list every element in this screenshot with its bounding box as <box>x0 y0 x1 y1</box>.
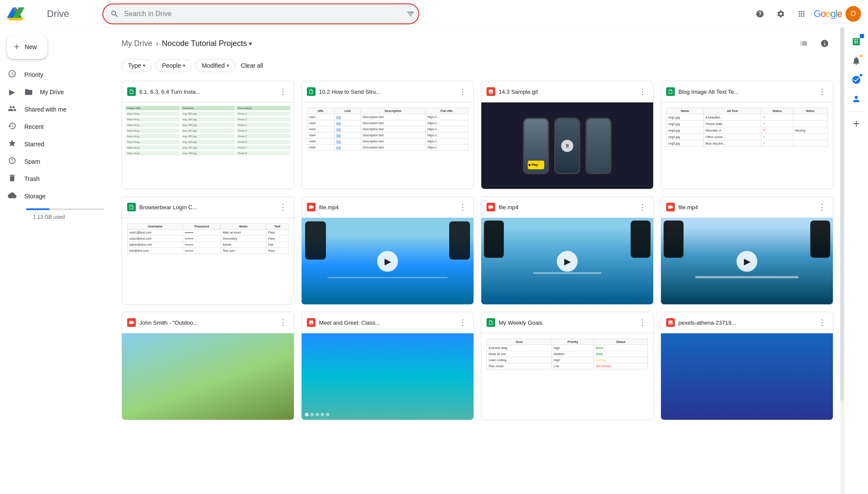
sidebar-item-label: Storage <box>24 193 46 200</box>
file-card[interactable]: file.mp4 ⋮ ▶ <box>481 196 654 305</box>
file-preview: ▶ <box>481 217 653 304</box>
file-card[interactable]: file.mp4 ⋮ ▶ <box>661 196 833 305</box>
modified-filter[interactable]: Modified ▾ <box>195 59 236 72</box>
file-more-button[interactable]: ⋮ <box>277 201 289 214</box>
file-card-header: My Weekly Goals ⋮ <box>481 312 653 333</box>
new-button-label: New <box>25 43 37 50</box>
modified-filter-label: Modified <box>202 62 225 69</box>
type-filter[interactable]: Type ▾ <box>122 59 152 72</box>
notifications-icon[interactable] <box>848 52 865 69</box>
file-more-button[interactable]: ⋮ <box>277 316 289 329</box>
file-preview: GoalPriorityStatus Exercise dailyHighDon… <box>481 333 653 420</box>
recent-icon <box>7 122 17 132</box>
video-icon <box>307 203 316 211</box>
file-card-header: Browserbear Login C... ⋮ <box>122 197 294 217</box>
sheets-icon <box>666 87 675 96</box>
settings-button[interactable] <box>772 5 789 23</box>
right-panel-divider <box>849 111 863 112</box>
play-button[interactable]: ▶ <box>736 251 757 272</box>
file-more-button[interactable]: ⋮ <box>277 85 289 98</box>
file-card-header: file.mp4 ⋮ <box>302 197 473 217</box>
sidebar-item-shared[interactable]: Shared with me <box>0 101 104 118</box>
tasks-icon[interactable] <box>848 71 865 89</box>
sidebar-item-label: Trash <box>24 175 39 182</box>
file-card[interactable]: pexels-athena-23719... ⋮ <box>661 312 833 420</box>
starred-icon <box>7 139 17 150</box>
sidebar-item-spam[interactable]: Spam <box>0 153 104 170</box>
file-card[interactable]: Browserbear Login C... ⋮ UsernamePasswor… <box>122 196 294 305</box>
file-card[interactable]: Blog Image Alt Text Te... ⋮ NameAlt Text… <box>661 81 833 189</box>
sidebar-item-priority[interactable]: Priority <box>0 66 104 83</box>
apps-button[interactable] <box>793 5 810 23</box>
gif-icon <box>666 318 675 327</box>
people-filter-chevron: ▾ <box>183 63 185 69</box>
people-filter-label: People <box>162 62 181 69</box>
file-card[interactable]: file.mp4 ⋮ ▶ <box>301 196 474 305</box>
file-card-header: 6.1, 6.3, 6.4 Turn Insta... ⋮ <box>122 81 294 102</box>
breadcrumb-actions <box>795 35 833 52</box>
gif-icon <box>307 318 316 327</box>
file-more-button[interactable]: ⋮ <box>816 201 828 214</box>
sheets-panel-icon[interactable] <box>848 33 865 50</box>
list-view-button[interactable] <box>795 35 812 52</box>
file-more-button[interactable]: ⋮ <box>637 201 648 214</box>
sidebar-item-my-drive[interactable]: ▶ My Drive <box>0 83 104 101</box>
sidebar-item-label: Shared with me <box>24 106 66 113</box>
sidebar-item-label: Priority <box>24 71 43 78</box>
help-button[interactable] <box>751 5 769 23</box>
file-more-button[interactable]: ⋮ <box>457 316 468 329</box>
file-more-button[interactable]: ⋮ <box>816 316 828 329</box>
file-card[interactable]: Meet and Greet: Class... ⋮ <box>301 312 474 420</box>
file-card[interactable]: John Smith - "Outdoo... ⋮ <box>122 312 294 420</box>
app-logo[interactable]: Drive <box>7 5 102 23</box>
file-more-button[interactable]: ⋮ <box>637 316 648 329</box>
file-card-header: 10.2 How to Send Stru... ⋮ <box>302 81 473 102</box>
file-more-button[interactable]: ⋮ <box>816 85 828 98</box>
people-filter[interactable]: People ▾ <box>155 59 192 72</box>
file-card-header: file.mp4 ⋮ <box>661 197 833 217</box>
file-preview: Image URLFilenameDescription https://img… <box>122 102 294 189</box>
video-icon <box>666 203 675 211</box>
sidebar-item-trash[interactable]: Trash <box>0 170 104 188</box>
file-preview: ▶ <box>661 217 833 304</box>
file-title: 6.1, 6.3, 6.4 Turn Insta... <box>139 89 201 95</box>
breadcrumb-current-folder[interactable]: Nocode Tutorial Projects ▾ <box>162 39 252 48</box>
video-icon <box>127 318 136 327</box>
user-avatar[interactable]: O <box>845 6 861 22</box>
file-card[interactable]: 10.2 How to Send Stru... ⋮ URLLinkDescri… <box>301 81 474 189</box>
new-button[interactable]: + New <box>7 35 47 59</box>
play-button[interactable]: ▶ <box>557 251 578 272</box>
add-panel-icon[interactable] <box>848 115 865 132</box>
plus-icon: + <box>14 41 20 53</box>
video-icon <box>487 203 495 211</box>
breadcrumb-folder-name: Nocode Tutorial Projects <box>162 39 247 48</box>
file-title: My Weekly Goals <box>499 319 542 326</box>
file-more-button[interactable]: ⋮ <box>457 85 468 98</box>
search-filter-button[interactable] <box>402 5 419 23</box>
search-input[interactable] <box>124 10 411 18</box>
contacts-icon[interactable] <box>848 90 865 108</box>
sheets-icon <box>127 87 136 96</box>
play-button[interactable]: ▶ <box>377 251 398 272</box>
file-card[interactable]: 6.1, 6.3, 6.4 Turn Insta... ⋮ Image URLF… <box>122 81 294 189</box>
clear-all-button[interactable]: Clear all <box>241 62 263 69</box>
file-preview: UsernamePasswordNotesTest user1@test.com… <box>122 217 294 304</box>
shared-icon <box>7 104 17 115</box>
file-card-header: file.mp4 ⋮ <box>481 197 653 217</box>
file-card[interactable]: 14.3 Sample.gif ⋮ ▶ Play ⏸ <box>481 81 654 189</box>
file-more-button[interactable]: ⋮ <box>457 201 468 214</box>
file-card-header: Meet and Greet: Class... ⋮ <box>302 312 473 333</box>
sidebar-item-storage[interactable]: Storage <box>0 188 104 205</box>
file-card[interactable]: My Weekly Goals ⋮ GoalPriorityStatus Exe… <box>481 312 654 420</box>
file-more-button[interactable]: ⋮ <box>637 85 648 98</box>
breadcrumb: My Drive › Nocode Tutorial Projects ▾ <box>122 35 833 52</box>
sidebar-item-recent[interactable]: Recent <box>0 118 104 135</box>
scrollbar-thumb[interactable] <box>840 28 844 401</box>
sidebar-item-label: Starred <box>24 141 44 148</box>
breadcrumb-root[interactable]: My Drive <box>122 39 152 48</box>
file-card-header: Blog Image Alt Text Te... ⋮ <box>661 81 833 102</box>
info-button[interactable] <box>816 35 833 52</box>
sidebar-item-starred[interactable]: Starred <box>0 135 104 153</box>
type-filter-chevron: ▾ <box>143 63 145 69</box>
sidebar-item-label: My Drive <box>40 89 64 96</box>
